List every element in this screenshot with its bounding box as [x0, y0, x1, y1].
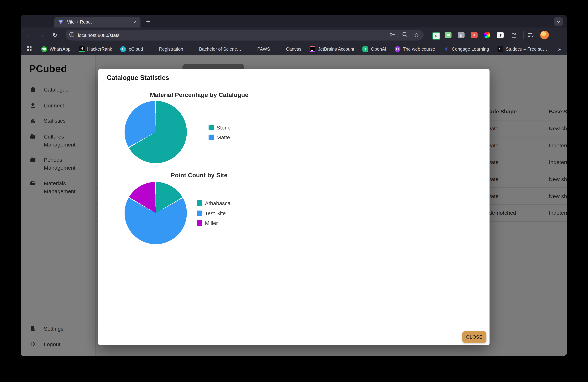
profile-avatar[interactable]	[540, 31, 549, 39]
tab-strip: Vite + React × +	[21, 15, 567, 27]
vite-favicon-icon	[58, 19, 64, 25]
page-content: Blade Shape Base Shape OvateNew shape Ov…	[21, 55, 567, 356]
bookmark-web-course[interactable]: ÛThe web course	[395, 46, 435, 52]
media-controls-icon[interactable]	[527, 32, 534, 38]
pie-point-count	[125, 182, 187, 244]
toolbar-separator	[523, 31, 524, 39]
extension-mail-icon[interactable]: ✉	[445, 32, 452, 38]
extensions-puzzle-icon[interactable]	[510, 32, 517, 38]
bookmark-hackerrank[interactable]: HHackerRank	[79, 46, 112, 52]
chart2-title: Point Count by Site	[98, 172, 300, 179]
back-button[interactable]: ←	[23, 27, 34, 43]
legend-item-miller[interactable]: Miller	[197, 220, 218, 226]
browser-toolbar: ← → ↻ localhost:8080/stats ☆ G ✉ h ✳	[21, 27, 567, 43]
chart1-title: Material Percentage by Catalogue	[98, 92, 300, 99]
legend-item-matte[interactable]: Matte	[209, 134, 230, 140]
bookmarks-separator	[37, 46, 37, 52]
address-bar[interactable]: localhost:8080/stats ☆	[65, 30, 424, 40]
bookmark-whatsapp[interactable]: ☎WhatsApp	[41, 46, 70, 52]
bookmark-paws[interactable]: PAWS	[250, 46, 270, 52]
openai-icon: ✳	[363, 46, 368, 52]
bookmark-canvas[interactable]: Canvas	[278, 46, 301, 52]
browser-tab[interactable]: Vite + React ×	[54, 17, 141, 27]
bookmark-pcloud[interactable]: PpCloud	[120, 46, 143, 52]
extension-h-icon[interactable]: h	[458, 32, 464, 38]
forward-button[interactable]: →	[36, 27, 47, 43]
university-shield-icon	[191, 46, 197, 52]
modal-title: Catalogue Statistics	[107, 74, 169, 82]
tab-close-icon[interactable]: ×	[132, 19, 138, 25]
extension-text-icon[interactable]: T	[497, 32, 504, 38]
course-icon: Û	[395, 46, 400, 52]
whatsapp-icon: ☎	[41, 46, 47, 52]
stone-swatch	[209, 125, 214, 130]
hackerrank-icon: H	[79, 46, 84, 52]
bookmark-bachelor[interactable]: Bachelor of Scienc…	[191, 46, 241, 52]
jetbrains-icon	[310, 46, 315, 52]
bookmark-jetbrains[interactable]: JetBrains Account	[310, 46, 354, 52]
tab-search-button[interactable]	[554, 17, 563, 26]
cengage-icon: ✳	[443, 46, 449, 52]
bookmarks-bar: ☎WhatsApp HHackerRank PpCloud Registrati…	[21, 43, 567, 55]
legend-item-stone[interactable]: Stone	[209, 124, 231, 131]
chrome-menu-icon[interactable]: ⋮	[554, 27, 560, 43]
pcloud-icon: P	[120, 46, 126, 52]
password-key-icon[interactable]	[389, 31, 396, 39]
athabasca-swatch	[197, 200, 202, 206]
bookmark-openai[interactable]: ✳OpenAI	[363, 46, 386, 52]
bookmark-star-icon[interactable]: ☆	[414, 32, 419, 38]
bookmarks-overflow-icon[interactable]: »	[558, 46, 561, 52]
new-tab-button[interactable]: +	[143, 17, 153, 27]
bookmark-cengage[interactable]: ✳Cengage Learning	[443, 46, 489, 52]
browser-window: Vite + React × + ← → ↻ localhost:8080/st…	[21, 15, 567, 356]
extension-science-icon[interactable]: ✳	[471, 32, 478, 38]
bookmark-studocu[interactable]: SStudocu – Free su…	[497, 46, 547, 52]
bookmark-registration[interactable]: Registration	[151, 46, 183, 52]
test-site-swatch	[197, 210, 202, 216]
legend-item-athabasca[interactable]: Athabasca	[197, 200, 231, 206]
legend-item-test-site[interactable]: Test Site	[197, 210, 226, 216]
tab-title: Vite + React	[67, 19, 132, 25]
university-shield-icon	[278, 46, 284, 52]
catalogue-statistics-modal: Catalogue Statistics Material Percentage…	[98, 69, 489, 345]
university-shield-icon	[250, 46, 255, 52]
studocu-icon: S	[497, 46, 503, 52]
screen: Vite + React × + ← → ↻ localhost:8080/st…	[0, 0, 588, 382]
pie-material-percentage	[125, 101, 187, 163]
close-button[interactable]: CLOSE	[462, 331, 486, 343]
extension-color-wheel-icon[interactable]	[484, 32, 490, 38]
apps-grid-icon[interactable]	[26, 45, 32, 53]
matte-swatch	[209, 134, 214, 140]
site-info-icon[interactable]	[69, 32, 75, 38]
university-shield-icon	[151, 46, 156, 52]
zoom-out-icon[interactable]	[402, 31, 408, 39]
extension-grammarly-icon[interactable]: G	[432, 32, 440, 40]
url-text: localhost:8080/stats	[78, 32, 389, 38]
reload-button[interactable]: ↻	[50, 27, 61, 43]
miller-swatch	[197, 220, 202, 226]
